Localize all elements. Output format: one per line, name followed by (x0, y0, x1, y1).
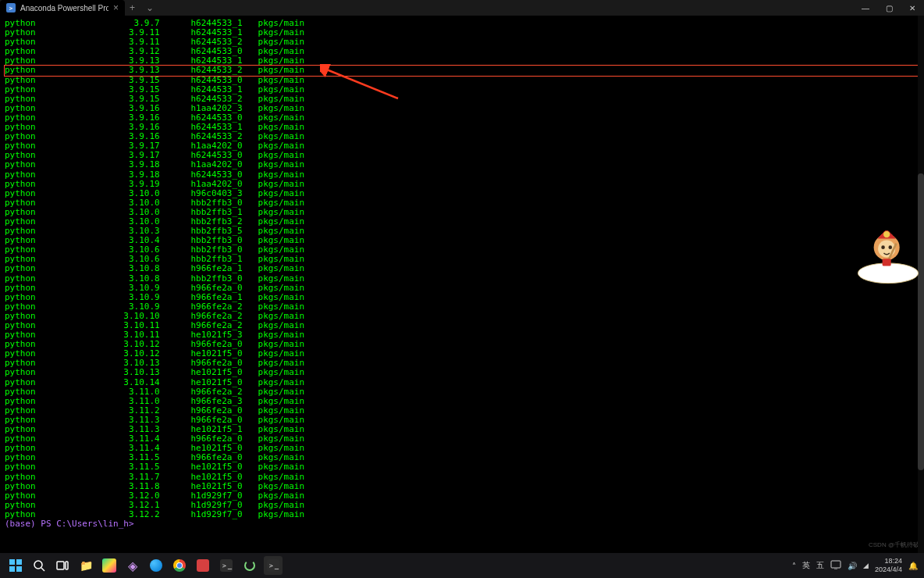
svg-rect-11 (883, 259, 891, 266)
close-window-button[interactable]: ✕ (901, 0, 924, 16)
package-row: python 3.12.0 h1d929f7_0 pkgs/main (5, 491, 919, 501)
svg-point-4 (899, 276, 906, 280)
date-text: 2024/4/4 (875, 566, 902, 574)
search-button[interactable] (30, 556, 48, 575)
minimize-button[interactable]: — (854, 0, 877, 16)
svg-rect-18 (57, 562, 64, 569)
pycharm-button[interactable] (100, 556, 119, 575)
tab-dropdown-button[interactable]: ⌄ (146, 2, 154, 13)
package-row: python 3.12.2 h1d929f7_0 pkgs/main (5, 510, 919, 519)
svg-point-7 (883, 230, 890, 237)
notifications-icon[interactable]: 🔔 (908, 562, 918, 570)
close-tab-icon[interactable]: × (113, 2, 119, 13)
powershell-icon: ＞ (6, 3, 16, 12)
svg-rect-13 (16, 559, 22, 565)
edge-button[interactable] (147, 556, 165, 575)
chrome-button[interactable] (170, 556, 189, 575)
clock[interactable]: 18:24 2024/4/4 (875, 557, 902, 574)
terminal-button-2[interactable]: ＞_ (264, 556, 283, 575)
package-row: python 3.9.15 h6244533_0 pkgs/main (5, 76, 919, 85)
package-row: python 3.11.0 h966fe2a_2 pkgs/main (5, 387, 919, 397)
package-row: python 3.11.5 he1021f5_0 pkgs/main (5, 462, 919, 472)
tab-actions: + ⌄ (125, 0, 158, 16)
start-button[interactable] (6, 556, 25, 575)
package-row: python 3.10.9 h966fe2a_0 pkgs/main (5, 284, 919, 293)
svg-rect-19 (66, 562, 68, 569)
terminal-button-1[interactable]: ＞_ (217, 556, 236, 575)
window-titlebar: ＞ Anaconda Powershell Prompt × + ⌄ — ▢ ✕ (0, 0, 924, 16)
network-icon[interactable]: ◢ (863, 562, 869, 569)
file-explorer-button[interactable]: 📁 (76, 556, 95, 575)
task-view-button[interactable] (53, 556, 72, 575)
maximize-button[interactable]: ▢ (877, 0, 901, 16)
package-row: python 3.9.18 h6244533_0 pkgs/main (5, 170, 919, 180)
anaconda-button[interactable] (240, 556, 259, 575)
new-tab-button[interactable]: + (130, 2, 135, 13)
svg-rect-12 (9, 559, 15, 565)
svg-point-9 (888, 245, 892, 249)
package-row: python 3.10.8 hbb2ffb3_0 pkgs/main (5, 274, 919, 284)
svg-point-16 (34, 561, 42, 569)
package-row: python 3.10.14 he1021f5_0 pkgs/main (5, 378, 919, 387)
package-row: python 3.9.18 h1aa4202_0 pkgs/main (5, 160, 919, 169)
taskbar: 📁 ◈ ＞_ ＞_ ˄ 英 五 🔊 ◢ 18:24 2024/4/4 🔔 (0, 553, 924, 578)
visual-studio-button[interactable]: ◈ (123, 556, 142, 575)
time-text: 18:24 (884, 557, 902, 566)
mascot-overlay[interactable] (852, 217, 924, 289)
svg-point-3 (869, 273, 878, 279)
volume-icon[interactable]: 🔊 (848, 562, 857, 570)
watermark-text: CSDN @千帆待破 (869, 541, 919, 550)
package-row: python 3.10.8 h966fe2a_1 pkgs/main (5, 264, 919, 273)
ime-indicator-1[interactable]: 英 (802, 560, 810, 571)
package-row: python 3.10.13 he1021f5_0 pkgs/main (5, 368, 919, 377)
tray-chevron-icon[interactable]: ˄ (792, 562, 796, 570)
tab-title: Anaconda Powershell Prompt (20, 4, 108, 12)
ime-indicator-2[interactable]: 五 (816, 560, 824, 571)
package-row: python 3.9.15 h6244533_1 pkgs/main (5, 85, 919, 95)
system-tray: ˄ 英 五 🔊 ◢ 18:24 2024/4/4 🔔 (792, 557, 918, 574)
svg-rect-20 (831, 561, 840, 568)
package-row: python 3.9.19 h1aa4202_0 pkgs/main (5, 180, 919, 189)
package-row: python 3.11.8 he1021f5_0 pkgs/main (5, 482, 919, 491)
svg-point-8 (881, 245, 885, 249)
terminal-tab[interactable]: ＞ Anaconda Powershell Prompt × (0, 0, 125, 16)
svg-point-2 (858, 263, 918, 284)
svg-rect-15 (16, 566, 22, 572)
svg-rect-14 (9, 566, 15, 572)
window-controls: — ▢ ✕ (854, 0, 924, 16)
terminal-output[interactable]: python 3.9.7 h6244533_1 pkgs/mainpython … (0, 16, 924, 553)
svg-line-17 (41, 568, 44, 571)
app-button-red[interactable] (194, 556, 212, 575)
package-row: python 3.11.7 he1021f5_0 pkgs/main (5, 473, 919, 482)
package-row: python 3.10.9 h966fe2a_1 pkgs/main (5, 293, 919, 302)
package-row: python 3.10.0 h96c0403_3 pkgs/main (5, 189, 919, 198)
prompt-line[interactable]: (base) PS C:\Users\lin_h> (5, 519, 919, 529)
cast-icon[interactable] (830, 560, 841, 571)
